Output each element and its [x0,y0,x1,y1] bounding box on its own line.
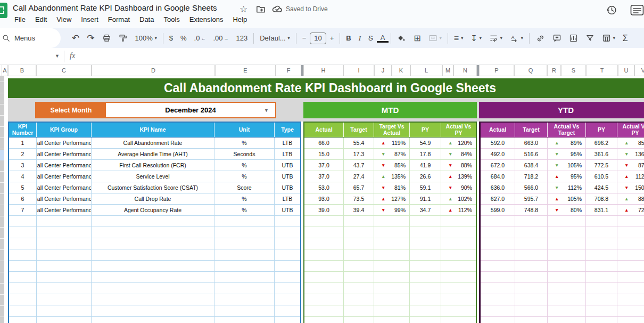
cell-mtd-target[interactable] [344,261,374,272]
name-box-dropdown[interactable]: ▼ [55,53,60,59]
cell-kpi-name[interactable] [92,216,214,227]
cell-ytd-actual-vs-target[interactable]: ▼80% [548,205,586,216]
cell-mtd-target[interactable]: 65.7 [344,182,374,193]
cell-ytd-target[interactable]: 748.8 [515,205,548,216]
fill-color-button[interactable] [393,34,410,43]
cell-mtd-actual-vs-py[interactable] [441,294,476,305]
cell-mtd-py[interactable]: 91.1 [410,193,441,205]
column-header-K[interactable]: K [392,65,410,76]
cell-kpi-number[interactable]: 6 [9,193,37,205]
cell-kpi-group[interactable] [37,294,92,305]
cell-mtd-actual-vs-py[interactable] [441,249,476,261]
header-mtd-actual[interactable]: Actual [304,123,344,137]
cell-mtd-actual-vs-py[interactable]: ▼84% [441,149,476,160]
cell-ytd-actual-vs-py[interactable]: ▲72% [617,205,644,216]
cell-type[interactable] [275,272,300,283]
cell-kpi-number[interactable]: 5 [9,182,37,193]
cell-mtd-py[interactable] [410,305,441,317]
cell-mtd-actual[interactable] [304,317,344,323]
cell-mtd-actual[interactable] [304,294,344,305]
cell-ytd-actual[interactable]: 636.0 [481,182,515,193]
cell-ytd-target[interactable] [515,261,548,272]
header-kpi-name[interactable]: KPI Name [92,123,214,137]
cell-kpi-name[interactable]: First Call Resolution (FCR) [92,160,214,171]
cell-ytd-actual-vs-py[interactable]: ▼150% [617,182,644,193]
cell-ytd-actual[interactable] [481,283,515,294]
cell-ytd-actual-vs-py[interactable] [617,261,644,272]
cell-ytd-actual-vs-py[interactable] [617,216,644,227]
cell-kpi-name[interactable] [92,317,214,323]
cell-type[interactable]: LTB [275,149,300,160]
cell-kpi-group[interactable]: Call Center Performance [37,149,92,160]
cell-ytd-py[interactable]: 772.5 [586,160,617,171]
column-header-Q[interactable]: Q [514,65,547,76]
cell-ytd-py[interactable]: 610.5 [586,171,617,182]
cell-ytd-actual-vs-py[interactable]: ▲112% [617,171,644,182]
cell-ytd-actual-vs-target[interactable] [548,294,586,305]
cell-ytd-target[interactable]: 516.6 [515,149,548,160]
cell-mtd-target-vs-actual[interactable]: ▲119% [374,138,410,149]
menu-file[interactable]: File [11,14,29,25]
number-format-button[interactable]: 123 [232,34,251,42]
cell-type[interactable] [275,227,300,238]
cell-type[interactable] [275,238,300,249]
cell-unit[interactable]: % [214,171,275,182]
column-header-N[interactable]: N [453,65,477,76]
cell-ytd-actual-vs-py[interactable]: ▲85% [617,138,644,149]
cell-kpi-name[interactable] [92,294,214,305]
column-header-C[interactable]: C [36,65,92,76]
cell-mtd-target-vs-actual[interactable]: ▲135% [374,171,410,182]
cell-unit[interactable] [214,238,275,249]
cell-ytd-actual[interactable]: 627.0 [481,193,515,205]
cell-mtd-actual[interactable]: 66.0 [304,138,344,149]
cell-ytd-target[interactable] [515,283,548,294]
italic-button[interactable]: I [355,34,365,43]
cell-kpi-group[interactable] [37,227,92,238]
cell-kpi-group[interactable] [37,283,92,294]
functions-button[interactable]: Σ [619,34,632,43]
paint-format-button[interactable] [115,34,131,43]
column-header-V[interactable]: V [634,65,644,76]
create-filter-button[interactable] [582,34,598,43]
menu-format[interactable]: Format [104,14,134,25]
cell-ytd-actual-vs-target[interactable] [548,317,586,323]
cell-mtd-py[interactable] [410,227,441,238]
cell-mtd-actual-vs-py[interactable] [441,227,476,238]
column-header-F[interactable]: F [276,65,301,76]
cell-ytd-actual-vs-target[interactable] [548,283,586,294]
format-currency-button[interactable]: $ [166,34,177,42]
cell-mtd-target-vs-actual[interactable] [374,283,410,294]
column-header-J[interactable]: J [374,65,392,76]
cell-ytd-py[interactable]: 696.2 [586,138,617,149]
cell-mtd-actual[interactable]: 15.0 [304,149,344,160]
header-ytd-actual-vs-target[interactable]: Actual Vs Target [548,123,586,137]
merge-cells-button[interactable]: ▾ [425,34,445,43]
cell-ytd-target[interactable] [515,216,548,227]
cell-mtd-actual-vs-py[interactable] [441,272,476,283]
cell-mtd-py[interactable]: 41.9 [410,160,441,171]
cell-ytd-py[interactable] [586,272,617,283]
cell-mtd-target-vs-actual[interactable] [374,261,410,272]
cell-ytd-actual-vs-target[interactable]: ▼95% [548,149,586,160]
column-header-E[interactable]: E [215,65,276,76]
column-header-U[interactable]: U [618,65,634,76]
cell-type[interactable] [275,283,300,294]
increase-decimals-button[interactable]: .00→ [209,34,232,42]
cell-ytd-target[interactable]: 638.4 [515,160,548,171]
cell-unit[interactable]: % [214,193,275,205]
cell-mtd-target-vs-actual[interactable]: ▼85% [374,160,410,171]
cell-mtd-target-vs-actual[interactable] [374,216,410,227]
cell-mtd-py[interactable]: 59.1 [410,182,441,193]
cell-mtd-actual[interactable] [304,249,344,261]
cell-mtd-py[interactable] [410,317,441,323]
menu-help[interactable]: Help [229,14,251,25]
cell-ytd-py[interactable] [586,305,617,317]
cell-mtd-target-vs-actual[interactable]: ▼87% [374,149,410,160]
cell-mtd-target[interactable] [344,283,374,294]
column-header-S[interactable]: S [561,65,586,76]
cell-kpi-number[interactable] [9,294,37,305]
cell-ytd-actual-vs-target[interactable]: ▼112% [548,182,586,193]
cell-ytd-actual-vs-py[interactable] [617,249,644,261]
cell-mtd-target-vs-actual[interactable] [374,294,410,305]
cell-mtd-py[interactable] [410,261,441,272]
